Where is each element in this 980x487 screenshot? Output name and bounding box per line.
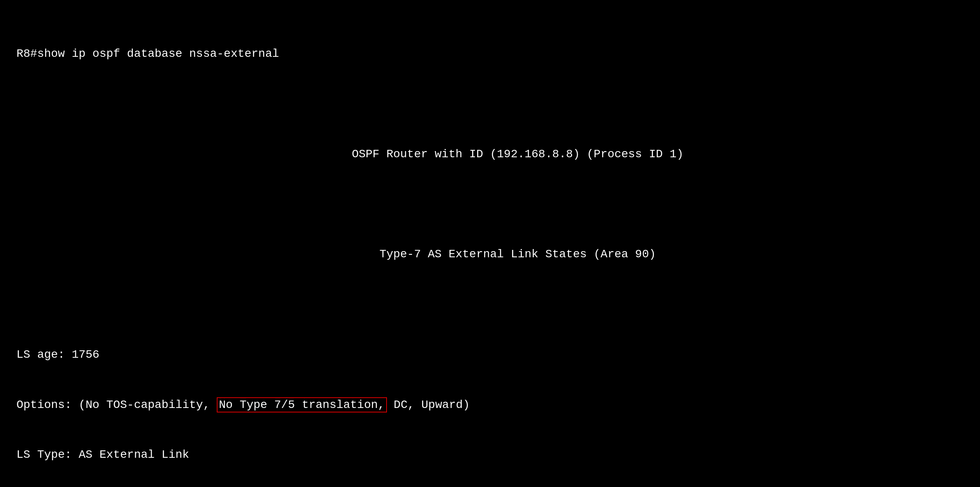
router-id-line: OSPF Router with ID (192.168.8.8) (Proce… xyxy=(16,146,964,163)
terminal-window: R8#show ip ospf database nssa-external O… xyxy=(16,12,964,487)
ls-age-line: LS age: 1756 xyxy=(16,347,964,364)
options-suffix: DC, Upward) xyxy=(387,398,470,411)
options-highlight: No Type 7/5 translation, xyxy=(217,397,387,412)
command-line: R8#show ip ospf database nssa-external xyxy=(16,46,964,63)
link-states-line: Type-7 AS External Link States (Area 90) xyxy=(16,246,964,263)
options-prefix: Options: (No TOS-capability, xyxy=(16,398,217,411)
options-line: Options: (No TOS-capability, No Type 7/5… xyxy=(16,397,964,414)
ls-type-line: LS Type: AS External Link xyxy=(16,447,964,464)
